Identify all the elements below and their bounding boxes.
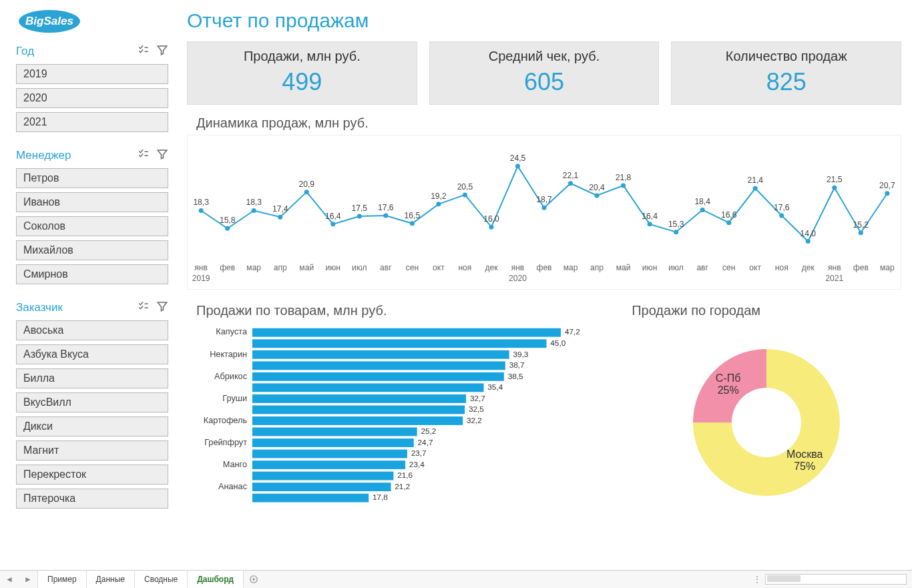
svg-point-16 — [383, 214, 388, 218]
svg-text:17,4: 17,4 — [272, 204, 288, 214]
svg-text:мар: мар — [880, 263, 895, 272]
svg-text:16,5: 16,5 — [405, 211, 421, 220]
slicer-customer-item[interactable]: Пятерочка — [16, 489, 168, 509]
kpi-value: 499 — [193, 68, 411, 96]
svg-point-50 — [832, 186, 837, 190]
svg-point-40 — [700, 208, 705, 212]
sheet-tab[interactable]: Пример — [38, 571, 87, 588]
svg-point-26 — [515, 164, 520, 169]
slicer-customer-item[interactable]: Билла — [16, 368, 168, 388]
svg-point-34 — [621, 184, 626, 188]
svg-text:Манго: Манго — [223, 459, 247, 469]
svg-text:дек: дек — [485, 263, 498, 272]
svg-text:38,7: 38,7 — [509, 360, 525, 369]
svg-rect-104 — [252, 405, 465, 414]
slicer-customer-item[interactable]: Магнит — [16, 440, 168, 461]
svg-text:75%: 75% — [794, 461, 815, 472]
svg-text:июн: июн — [642, 263, 657, 272]
svg-text:17,6: 17,6 — [774, 203, 790, 212]
slicer-manager-item[interactable]: Соколов — [16, 216, 168, 236]
svg-rect-96 — [252, 372, 504, 381]
slicer-manager-item[interactable]: Михайлов — [16, 240, 168, 260]
multiselect-icon[interactable] — [138, 148, 150, 163]
svg-text:17,5: 17,5 — [352, 204, 368, 213]
svg-point-8 — [278, 215, 282, 220]
multiselect-icon[interactable] — [138, 300, 150, 315]
svg-text:июл: июл — [668, 263, 684, 272]
kpi-card: Продажи, млн руб.499 — [187, 41, 417, 105]
slicer-year-item[interactable]: 2021 — [16, 112, 168, 132]
sheet-tab[interactable]: Данные — [87, 571, 135, 588]
svg-rect-86 — [252, 328, 561, 337]
svg-point-18 — [410, 221, 415, 226]
slicer-customer-item[interactable]: Азбука Вкуса — [16, 344, 168, 364]
svg-rect-114 — [252, 450, 407, 459]
new-sheet-button[interactable] — [244, 571, 264, 588]
products-chart-title: Продажи по товарам, млн руб. — [196, 303, 618, 318]
svg-text:16,4: 16,4 — [642, 212, 658, 221]
svg-text:16,6: 16,6 — [721, 210, 737, 220]
svg-point-54 — [885, 191, 889, 196]
svg-text:14,0: 14,0 — [801, 229, 817, 238]
svg-text:Ананас: Ананас — [218, 481, 248, 491]
tab-split-icon[interactable]: ⋮ — [753, 575, 761, 584]
svg-text:май: май — [616, 263, 631, 272]
kpi-label: Количество продаж — [677, 49, 895, 64]
svg-text:дек: дек — [802, 263, 815, 272]
svg-rect-89 — [252, 339, 547, 348]
svg-rect-101 — [252, 394, 466, 403]
filter-icon[interactable] — [156, 44, 168, 59]
slicer-manager-item[interactable]: Петров — [16, 168, 168, 188]
svg-point-38 — [674, 230, 678, 234]
svg-point-10 — [304, 190, 309, 194]
filter-icon[interactable] — [156, 300, 168, 315]
cities-chart: Москва75%С-Пб25% — [632, 322, 901, 509]
svg-text:23,7: 23,7 — [411, 449, 427, 457]
tab-scroll-right-icon[interactable]: ► — [19, 571, 37, 588]
svg-text:35,4: 35,4 — [487, 382, 503, 391]
svg-text:2021: 2021 — [825, 274, 843, 283]
slicer-manager-item[interactable]: Иванов — [16, 192, 168, 212]
sheet-tab[interactable]: Сводные — [135, 571, 188, 588]
svg-point-4 — [225, 226, 230, 231]
svg-text:21,6: 21,6 — [397, 471, 413, 479]
slicer-customer-item[interactable]: Перекресток — [16, 465, 168, 485]
brand-logo: BigSales — [16, 8, 168, 35]
svg-rect-119 — [252, 472, 393, 481]
svg-rect-91 — [252, 350, 509, 359]
svg-text:17,6: 17,6 — [378, 203, 394, 212]
slicer-customer-item[interactable]: Авоська — [16, 320, 168, 340]
svg-point-12 — [330, 222, 335, 226]
svg-text:авг: авг — [696, 263, 708, 272]
sheet-tabs-bar: ◄ ► ПримерДанныеСводныеДашборд ⋮ — [0, 570, 912, 588]
svg-text:фев: фев — [536, 263, 551, 272]
trend-chart-title: Динамика продаж, млн руб. — [196, 115, 901, 131]
svg-rect-116 — [252, 461, 405, 469]
svg-text:38,5: 38,5 — [508, 372, 523, 380]
svg-point-48 — [806, 239, 811, 244]
svg-point-46 — [779, 214, 784, 218]
svg-text:25%: 25% — [718, 384, 739, 396]
svg-text:май: май — [299, 263, 314, 272]
svg-text:18,3: 18,3 — [246, 198, 262, 208]
slicer-customer-item[interactable]: ВкусВилл — [16, 392, 168, 412]
svg-text:21,8: 21,8 — [616, 173, 632, 182]
slicer-year-item[interactable]: 2020 — [16, 88, 168, 108]
tab-scroll-left-icon[interactable]: ◄ — [0, 571, 19, 588]
sheet-tab[interactable]: Дашборд — [188, 571, 244, 588]
svg-text:21,4: 21,4 — [747, 176, 763, 185]
multiselect-icon[interactable] — [138, 44, 150, 59]
svg-rect-121 — [252, 483, 391, 491]
horizontal-scrollbar[interactable] — [765, 574, 907, 585]
svg-text:Капуста: Капуста — [216, 326, 248, 336]
svg-text:24,7: 24,7 — [418, 438, 433, 447]
kpi-card: Количество продаж825 — [671, 41, 901, 105]
svg-text:Картофель: Картофель — [204, 415, 248, 425]
slicer-manager-item[interactable]: Смирнов — [16, 264, 168, 284]
svg-point-24 — [489, 225, 493, 230]
slicer-customer-item[interactable]: Дикси — [16, 416, 168, 436]
svg-text:сен: сен — [722, 263, 735, 272]
filter-icon[interactable] — [156, 148, 168, 163]
svg-text:16,4: 16,4 — [325, 212, 341, 221]
slicer-year-item[interactable]: 2019 — [16, 64, 168, 84]
